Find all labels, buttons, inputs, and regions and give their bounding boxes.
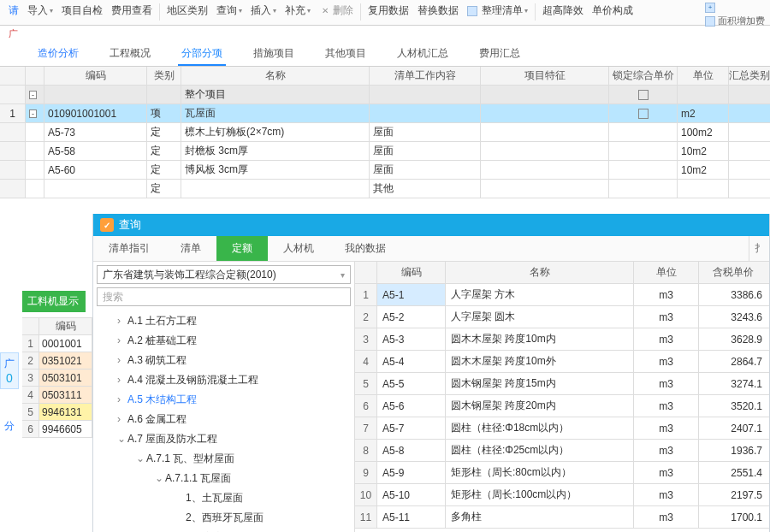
quota-search-input[interactable]: 搜索 [97, 287, 351, 306]
list-item[interactable]: 40503111 [22, 387, 92, 404]
tree-item[interactable]: 3、琉璃瓦屋面 [97, 528, 351, 532]
table-row[interactable]: 4A5-4圆木木屋架 跨度10m外m32864.7 [355, 351, 769, 373]
bottom-left-table: 编码 1000100120351021305031014050311159946… [22, 317, 92, 438]
ribbon-insert[interactable]: 插入▾ [247, 2, 280, 20]
list-item[interactable]: 20351021 [22, 352, 92, 369]
ug-h-blank2 [26, 67, 44, 85]
ribbon-right-extras: + 面积增加费 [705, 2, 765, 27]
table-row[interactable]: 8A5-8圆柱（柱径:Φ25cm以内）m31936.7 [355, 440, 769, 462]
query-insert-button[interactable]: 扌 [749, 236, 769, 261]
tree-item[interactable]: ⌄A.7.1.1 瓦屋面 [97, 469, 351, 488]
query-title: 查询 [119, 217, 141, 233]
tab-other[interactable]: 其他项目 [322, 46, 370, 66]
area-icon [705, 16, 715, 27]
ribbon-req[interactable]: 请 [5, 2, 22, 20]
query-titlebar[interactable]: ✓ 查询 [93, 214, 769, 236]
table-row[interactable]: 2A5-2人字屋架 圆木m33243.6 [355, 306, 769, 328]
tree-item[interactable]: ›A.6 金属工程 [97, 410, 351, 429]
ribbon-replace[interactable]: 替换数据 [414, 2, 462, 20]
table-row[interactable]: A5-73定檩木上钉桷板(2×7cm)屋面100m2 [0, 123, 770, 142]
ug-h-sum[interactable]: 汇总类别 [729, 67, 770, 85]
list-item[interactable]: 30503101 [22, 369, 92, 387]
ug-h-name[interactable]: 名称 [181, 67, 370, 85]
bl-h-code[interactable]: 编码 [39, 318, 92, 334]
quota-select[interactable]: 广东省建筑与装饰工程综合定额(2010) ▾ [97, 265, 351, 284]
table-row[interactable]: 5A5-5圆木钢屋架 跨度15m内m33274.1 [355, 373, 769, 395]
table-row[interactable]: 6A5-6圆木钢屋架 跨度20m内m33520.1 [355, 395, 769, 417]
ribbon-reuse[interactable]: 复用数据 [364, 2, 412, 20]
tree-item[interactable]: ›A.5 木结构工程 [97, 390, 351, 410]
ribbon-import[interactable]: 导入▾ [24, 2, 56, 20]
qtab-list[interactable]: 清单 [165, 236, 216, 261]
tree-item[interactable]: ›A.2 桩基础工程 [97, 331, 351, 351]
tree-caret-icon: › [117, 334, 126, 346]
ug-h-cls[interactable]: 类别 [147, 67, 181, 85]
ribbon-organize[interactable]: 整理清单▾ [464, 2, 531, 20]
tab-cost-analysis[interactable]: 造价分析 [34, 46, 82, 66]
table-row[interactable]: 7A5-7圆柱（柱径:Φ18cm以内）m32407.1 [355, 417, 769, 440]
table-row[interactable]: 3A5-3圆木木屋架 跨度10m内m33628.9 [355, 328, 769, 351]
ribbon-extra-2[interactable]: 面积增加费 [705, 15, 765, 27]
ug-h-code[interactable]: 编码 [44, 67, 147, 85]
ug-h-lock[interactable]: 锁定综合单价 [609, 67, 678, 85]
ribbon-feeview[interactable]: 费用查看 [108, 2, 156, 20]
ug-h-work[interactable]: 清单工作内容 [370, 67, 481, 85]
ribbon-superhigh[interactable]: 超高降效 [539, 2, 587, 20]
tab-measures[interactable]: 措施项目 [250, 46, 298, 66]
list-item[interactable]: 10001001 [22, 335, 92, 352]
table-row[interactable]: 10A5-10矩形柱（周长:100cm以内）m32197.5 [355, 484, 769, 506]
table-row[interactable]: 11A5-11多角柱m31700.1 [355, 506, 769, 529]
upper-grid: 编码 类别 名称 清单工作内容 项目特征 锁定综合单价 单位 汇总类别 -整个项… [0, 67, 770, 198]
dt-h-price[interactable]: 含税单价 [699, 262, 767, 283]
table-row[interactable]: A5-58定封檐板 3cm厚屋面10m2 [0, 142, 770, 161]
tree-item[interactable]: ›A.3 砌筑工程 [97, 351, 351, 370]
tree-toggle-icon[interactable]: - [29, 91, 37, 99]
dt-h-name[interactable]: 名称 [446, 262, 634, 283]
table-row[interactable]: 1-010901001001项瓦屋面m2 [0, 104, 770, 123]
table-row[interactable]: 9A5-9矩形柱（周长:80cm以内）m32551.4 [355, 462, 769, 484]
tab-project-overview[interactable]: 工程概况 [106, 46, 154, 66]
lock-checkbox[interactable] [638, 109, 649, 119]
tab-fee-summary[interactable]: 费用汇总 [476, 46, 524, 66]
qtab-rcj[interactable]: 人材机 [268, 236, 329, 261]
ribbon-query[interactable]: 查询▾ [213, 2, 246, 20]
table-row[interactable]: A5-60定博风板 3cm厚屋面10m2 [0, 161, 770, 180]
dt-h-code[interactable]: 编码 [377, 262, 446, 283]
list-item[interactable]: 59946131 [22, 404, 92, 421]
lock-checkbox[interactable] [638, 90, 649, 100]
tree-item[interactable]: 2、西班牙瓦屋面 [97, 508, 351, 528]
tree-item[interactable]: ⌄A.7 屋面及防水工程 [97, 429, 351, 449]
tree-caret-icon: ⌄ [155, 472, 163, 484]
tree-item[interactable]: 1、土瓦屋面 [97, 488, 351, 508]
table-row[interactable]: 定其他 [0, 180, 770, 198]
dt-h-unit[interactable]: 单位 [634, 262, 699, 283]
bottom-left-tab[interactable]: 工料机显示 [22, 291, 86, 312]
tab-subitems[interactable]: 分部分项 [178, 46, 226, 66]
data-table-header: 编码 名称 单位 含税单价 [355, 262, 769, 284]
list-item[interactable]: 69946605 [22, 421, 92, 438]
plus-icon: + [705, 3, 715, 13]
tree-item[interactable]: ›A.1 土石方工程 [97, 311, 351, 331]
ug-h-feat[interactable]: 项目特征 [481, 67, 609, 85]
qtab-mydata[interactable]: 我的数据 [329, 236, 401, 261]
ribbon-unitprice[interactable]: 单价构成 [589, 2, 637, 20]
table-row[interactable]: -整个项目 [0, 86, 770, 104]
tree-item[interactable]: ›A.4 混凝土及钢筋混凝土工程 [97, 370, 351, 390]
table-row[interactable]: 1A5-1人字屋架 方木m33386.6 [355, 284, 769, 306]
ribbon-extra-1[interactable]: + [705, 2, 765, 13]
qtab-quota[interactable]: 定额 [216, 236, 268, 261]
ug-h-blank1 [0, 67, 26, 85]
ug-h-unit[interactable]: 单位 [678, 67, 729, 85]
ribbon-selfcheck[interactable]: 项目自检 [58, 2, 106, 20]
tree-item[interactable]: ⌄A.7.1 瓦、型材屋面 [97, 449, 351, 469]
side-badge[interactable]: 广0 [0, 352, 19, 389]
ribbon-delete[interactable]: ✕ 删除 [316, 2, 357, 20]
ribbon-region[interactable]: 地区类别 [163, 2, 211, 20]
main-tabs: 造价分析 工程概况 分部分项 措施项目 其他项目 人材机汇总 费用汇总 [0, 41, 770, 67]
ribbon-supplement[interactable]: 补充▾ [281, 2, 314, 20]
tree-toggle-icon[interactable]: - [29, 109, 37, 118]
qtab-listguide[interactable]: 清单指引 [93, 236, 165, 261]
tab-rcj[interactable]: 人材机汇总 [394, 46, 452, 66]
side-badge-2[interactable]: 分 [0, 416, 19, 437]
tree-caret-icon: ⌄ [117, 433, 126, 445]
